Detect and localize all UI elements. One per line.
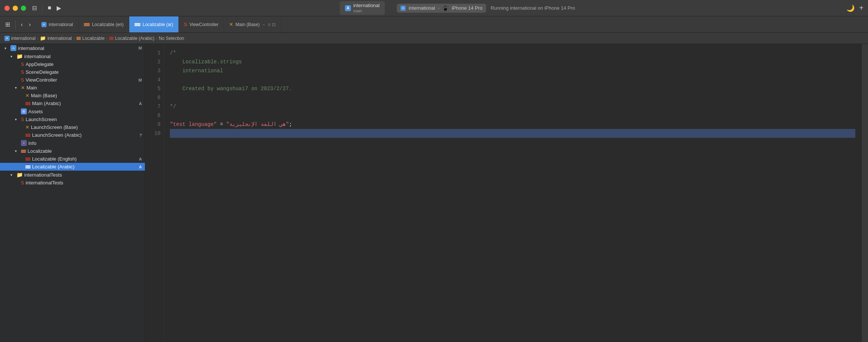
sidebar-item-scenedelegate[interactable]: S SceneDelegate: [0, 68, 145, 76]
maximize-button[interactable]: [21, 6, 26, 11]
sidebar-item-appdelegate[interactable]: S AppDelegate: [0, 60, 145, 68]
icon-strings-launchscreen-arabic: [25, 134, 31, 137]
badge-international-root: M: [139, 46, 142, 50]
sidebar-item-localizable-english[interactable]: Localizable (English) A: [0, 155, 145, 163]
tab-viewcontroller-label: ViewController: [189, 22, 218, 27]
tab-viewcontroller[interactable]: S ViewController: [179, 16, 224, 32]
tab-inspector-icon[interactable]: ⊡: [272, 22, 276, 27]
line-num-7: 7: [150, 102, 161, 111]
icon-swift-scenedelegate: S: [21, 69, 24, 75]
label-international-root: international: [18, 45, 44, 51]
device-icon: 📱: [442, 5, 449, 11]
tab-close-options[interactable]: ≡: [268, 22, 270, 27]
stop-icon[interactable]: ■: [48, 4, 51, 12]
sidebar-item-international-root[interactable]: ▾ A international M: [0, 44, 145, 52]
minimize-button[interactable]: [13, 6, 18, 11]
sidebar-item-main-arabic[interactable]: Main (Arabic) A: [0, 99, 145, 107]
tab-main-base-icon: ✕: [229, 22, 233, 27]
line-numbers: 1 2 3 4 5 6 7 8 9 10: [145, 44, 164, 342]
sidebar-item-main-base[interactable]: ✕ Main (Base): [0, 92, 145, 99]
breadcrumb-item-folder[interactable]: 📁 international: [40, 35, 72, 41]
breadcrumb-localizable-icon: [76, 37, 81, 40]
code-line-7: */: [170, 102, 855, 111]
breadcrumb-item-localizable-arabic[interactable]: Localizable (Arabic): [109, 36, 154, 41]
disclosure-internationaltests[interactable]: ▾: [10, 173, 15, 177]
icon-app-international-root: A: [10, 45, 16, 51]
close-button[interactable]: [4, 6, 10, 11]
badge-localizable-arabic: A: [139, 165, 142, 169]
project-tab-icon: A: [345, 5, 351, 11]
tab-main-base[interactable]: ✕ Main (Base) ← ≡ ⊡: [224, 16, 281, 32]
breadcrumb-folder-icon: 📁: [40, 35, 46, 41]
tab-prev-arrow[interactable]: ←: [262, 22, 266, 27]
label-localizable-group: Localizable: [28, 148, 52, 154]
sidebar-item-launchscreen-arabic[interactable]: LaunchScreen (Arabic) ?: [0, 131, 145, 139]
breadcrumb-item-app[interactable]: A international: [4, 36, 35, 41]
icon-folder-international: 📁: [16, 53, 23, 59]
sidebar-item-main-group[interactable]: ▾ ✕ Main: [0, 84, 145, 92]
code-content[interactable]: /* Localizable.strings international Cre…: [164, 44, 861, 342]
disclosure-international-root[interactable]: ▾: [4, 46, 9, 50]
icon-strings-localizable: [21, 150, 26, 153]
sidebar-toggle-icon[interactable]: ⊟: [32, 4, 37, 12]
line-num-10: 10: [150, 129, 161, 138]
tab-localizable-ar[interactable]: Localizable (ar): [129, 16, 179, 32]
sidebar-item-viewcontroller[interactable]: S ViewController M: [0, 76, 145, 84]
breadcrumb-sep-3: ›: [106, 36, 108, 41]
breadcrumb-sep-4: ›: [156, 36, 157, 41]
sidebar-item-internationaltests-file[interactable]: S internationalTests: [0, 179, 145, 187]
code-editor[interactable]: 1 2 3 4 5 6 7 8 9 10 /* Localizable.stri…: [145, 44, 861, 342]
sidebar-item-international-folder[interactable]: ▾ 📁 international: [0, 52, 145, 60]
label-launchscreen-base: LaunchScreen (Base): [31, 124, 78, 130]
disclosure-main-group[interactable]: ▾: [15, 86, 19, 90]
titlebar-right: 🌙 +: [846, 4, 864, 12]
toolbar: ⊞ ‹ › A international Localizable (en) L…: [0, 16, 868, 33]
sidebar-item-localizable-group[interactable]: ▾ Localizable: [0, 147, 145, 155]
sidebar-item-assets[interactable]: ⊞ Assets: [0, 107, 145, 115]
nav-forward-button[interactable]: ›: [26, 20, 33, 29]
code-line-5: Created by wangshuai7 on 2023/2/27.: [170, 84, 855, 93]
breadcrumb-folder-label: international: [47, 36, 72, 41]
label-assets: Assets: [28, 109, 43, 114]
disclosure-international-folder[interactable]: ▾: [10, 54, 15, 58]
scheme-selector[interactable]: A international › 📱 iPhone 14 Pro: [397, 4, 486, 13]
grid-view-button[interactable]: ⊞: [3, 19, 12, 29]
icon-swift-appdelegate: S: [21, 61, 24, 67]
dark-mode-icon[interactable]: 🌙: [846, 4, 855, 12]
breadcrumb-item-localizable[interactable]: Localizable: [76, 36, 105, 41]
titlebar-center: A international main A international › 📱…: [69, 1, 847, 15]
sidebar-item-internationaltests-group[interactable]: ▾ 📁 internationalTests: [0, 171, 145, 179]
breadcrumb-localizable-arabic-icon: [109, 37, 114, 40]
tab-localizable-en[interactable]: Localizable (en): [79, 16, 129, 32]
icon-storyboard-main: ✕: [21, 85, 25, 91]
sidebar-item-localizable-arabic[interactable]: Localizable (Arabic) A: [0, 163, 145, 171]
run-icon[interactable]: ▶: [57, 4, 61, 12]
breadcrumb-localizable-label: Localizable: [82, 36, 105, 41]
icon-storyboard-main-base: ✕: [25, 93, 29, 98]
add-button[interactable]: +: [859, 4, 864, 12]
label-scenedelegate: SceneDelegate: [26, 69, 59, 75]
disclosure-launchscreen[interactable]: ▾: [15, 117, 19, 121]
disclosure-localizable[interactable]: ▾: [15, 149, 19, 153]
code-line-4: [170, 75, 855, 84]
sidebar-item-launchscreen-group[interactable]: ▾ S LaunchScreen: [0, 115, 145, 123]
icon-storyboard-launchscreen-base: ✕: [25, 124, 29, 130]
line-num-4: 4: [150, 75, 161, 84]
breadcrumb-app-label: international: [11, 36, 35, 41]
nav-back-button[interactable]: ‹: [19, 20, 25, 29]
tab-international-label: international: [49, 22, 73, 27]
main-content: ▾ A international M ▾ 📁 international S …: [0, 44, 868, 342]
icon-assets: ⊞: [21, 108, 27, 114]
code-line-6: [170, 93, 855, 102]
tab-localizable-en-label: Localizable (en): [92, 22, 124, 27]
line-num-6: 6: [150, 93, 161, 102]
sidebar-item-info[interactable]: i Info: [0, 139, 145, 147]
badge-viewcontroller: M: [139, 78, 142, 82]
sidebar: ▾ A international M ▾ 📁 international S …: [0, 44, 145, 342]
project-tab[interactable]: A international main: [340, 1, 385, 15]
sidebar-item-launchscreen-base[interactable]: ✕ LaunchScreen (Base): [0, 123, 145, 131]
code-line-1: /*: [170, 48, 855, 57]
tab-international[interactable]: A international: [36, 16, 79, 32]
tab-localizable-ar-icon: [134, 23, 140, 26]
line-num-2: 2: [150, 57, 161, 66]
